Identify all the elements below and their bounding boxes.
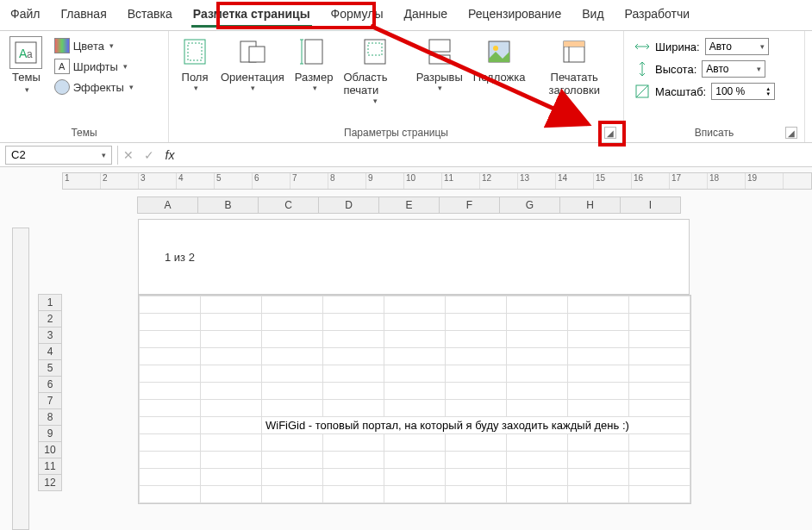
col-header[interactable]: A [137,196,198,214]
svg-rect-13 [429,40,450,52]
cell-content[interactable]: WiFiGid - топовый портал, на который я б… [262,417,690,434]
col-header[interactable]: B [197,196,259,214]
row-header[interactable]: 7 [38,392,62,409]
colors-icon [54,38,70,53]
scale-input[interactable]: 100 %▲▼ [711,83,775,100]
breaks-label: Разрывы [416,71,463,84]
width-select[interactable]: Авто▾ [705,38,769,55]
scale-label: Масштаб: [655,85,706,98]
tab-developer[interactable]: Разработчи [615,0,701,30]
row-headers: 1 2 3 4 5 6 7 8 9 10 11 12 [38,295,62,491]
tab-home[interactable]: Главная [50,0,116,30]
enter-icon[interactable]: ✓ [139,146,159,165]
size-icon [298,36,329,67]
tab-insert[interactable]: Вставка [117,0,183,30]
breaks-icon [424,36,455,67]
tab-review[interactable]: Рецензирование [458,0,572,30]
chevron-down-icon: ▾ [109,41,114,50]
group-page-setup-label: Параметры страницы ◢ [174,123,618,142]
row-header[interactable]: 8 [38,408,62,426]
row-header[interactable]: 10 [38,441,62,458]
fonts-label: Шрифты [73,60,118,73]
row-header[interactable]: 12 [38,474,62,491]
vertical-ruler [12,228,29,530]
col-header[interactable]: H [559,196,621,214]
ribbon-tabs: Файл Главная Вставка Разметка страницы Ф… [0,0,812,31]
page-setup-launcher[interactable]: ◢ [604,127,616,139]
worksheet-area: 12345678910111213141516171819 A B C D E … [0,167,812,530]
print-area-button[interactable]: Область печати▾ [339,34,411,107]
formula-bar: C2 ▾ ✕ ✓ fx [0,143,812,167]
print-titles-label: Печатать заголовки [535,71,613,97]
height-select[interactable]: Авто▾ [702,60,765,78]
breaks-button[interactable]: Разрывы▾ [411,34,468,94]
ribbon: Aa Темы ▾ Цвета ▾ A Шрифты ▾ [0,31,812,143]
scale-icon [634,84,650,98]
cancel-icon[interactable]: ✕ [118,146,139,165]
svg-line-24 [636,85,648,97]
background-button[interactable]: Подложка [468,34,531,85]
effects-icon [54,79,70,95]
print-area-label: Область печати [344,71,406,97]
row-header[interactable]: 1 [38,294,62,311]
themes-button-label: Темы [12,71,41,84]
svg-rect-7 [305,40,322,64]
chevron-down-icon: ▾ [25,85,29,94]
col-header[interactable]: C [258,196,319,214]
background-label: Подложка [473,71,526,84]
size-label: Размер [295,71,334,84]
col-header[interactable]: G [499,196,560,214]
horizontal-ruler: 12345678910111213141516171819 [62,172,812,190]
themes-button[interactable]: Темы [9,69,44,85]
fx-button[interactable]: fx [159,146,180,165]
chevron-down-icon: ▾ [102,151,106,159]
size-button[interactable]: Размер▾ [290,34,339,94]
group-fit: Ширина: Авто▾ Высота: Авто▾ Масштаб: 100… [624,31,805,142]
row-header[interactable]: 11 [38,458,62,475]
margins-label: Поля [182,71,209,84]
tab-view[interactable]: Вид [572,0,614,30]
effects-label: Эффекты [73,81,124,94]
col-header[interactable]: I [620,196,681,214]
tab-data[interactable]: Данные [394,0,459,30]
cell-grid[interactable]: WiFiGid - топовый портал, на который я б… [138,295,691,504]
margins-button[interactable]: Поля▾ [174,34,215,94]
print-titles-button[interactable]: Печатать заголовки [530,34,618,98]
name-box[interactable]: C2 ▾ [5,146,112,165]
svg-rect-14 [429,55,450,64]
fonts-button[interactable]: A Шрифты ▾ [51,57,137,76]
column-headers: A B C D E F G H I [138,196,681,214]
print-titles-icon [559,36,590,67]
colors-button[interactable]: Цвета ▾ [51,36,137,55]
formula-input[interactable] [180,146,812,165]
chevron-down-icon: ▾ [129,83,134,91]
orientation-icon [237,36,268,67]
col-header[interactable]: E [378,196,440,214]
effects-button[interactable]: Эффекты ▾ [51,78,137,97]
orientation-label: Ориентация [221,71,284,84]
colors-label: Цвета [73,40,104,53]
group-themes-label: Темы [5,123,163,142]
row-header[interactable]: 3 [38,327,62,344]
svg-rect-6 [249,47,265,62]
fit-launcher[interactable]: ◢ [785,127,797,139]
orientation-button[interactable]: Ориентация▾ [215,34,290,94]
row-header[interactable]: 6 [38,376,62,393]
chevron-down-icon: ▾ [123,62,128,71]
themes-icon: Aa [9,36,42,69]
col-header[interactable]: D [318,196,379,214]
col-header[interactable]: F [439,196,500,214]
cell-reference: C2 [11,148,26,161]
tab-file[interactable]: Файл [0,0,50,30]
svg-text:a: a [27,48,33,60]
row-header[interactable]: 5 [38,359,62,377]
row-header[interactable]: 9 [38,425,62,442]
row-header[interactable]: 4 [38,343,62,360]
page-header-area[interactable]: 1 из 2 [138,219,690,295]
tab-page-layout[interactable]: Разметка страницы [183,0,321,30]
row-header[interactable]: 2 [38,310,62,327]
svg-rect-20 [564,41,584,47]
group-page-setup: Поля▾ Ориентация▾ Размер▾ Область печати… [169,31,624,142]
tab-formulas[interactable]: Формулы [321,0,394,30]
page-indicator: 1 из 2 [165,251,195,264]
